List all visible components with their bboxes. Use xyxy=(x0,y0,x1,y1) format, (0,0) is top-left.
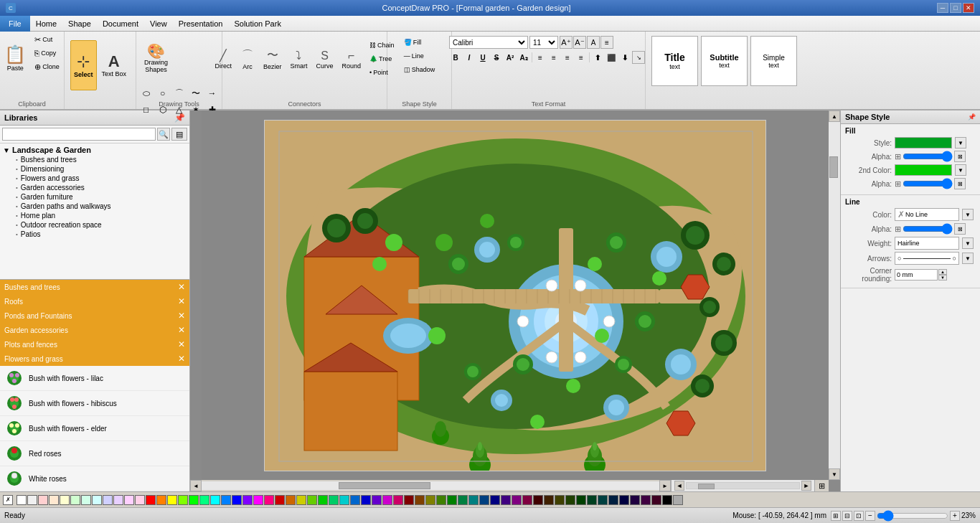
color-swatch[interactable] xyxy=(522,495,532,505)
shape-menu[interactable]: Shape xyxy=(62,16,97,32)
fill-style-dropdown[interactable]: ▼ xyxy=(955,137,966,149)
color-swatch[interactable] xyxy=(135,495,145,505)
color-swatch[interactable] xyxy=(479,495,489,505)
font-shrink-btn[interactable]: A⁻ xyxy=(573,36,586,49)
corner-rounding-up-btn[interactable]: ▲ xyxy=(938,269,947,275)
line-alpha-slider[interactable] xyxy=(903,226,953,232)
scroll-left-btn[interactable]: ◄ xyxy=(190,480,202,491)
solution-park-menu[interactable]: Solution Park xyxy=(228,16,286,32)
tree-item-patios[interactable]: •Patios xyxy=(1,230,188,239)
drawing-canvas[interactable] xyxy=(202,110,829,480)
line-color-box[interactable]: ✗ No Line xyxy=(895,208,959,221)
tree-item-bushes[interactable]: •Bushes and trees xyxy=(1,155,188,164)
color-swatch[interactable] xyxy=(619,495,629,505)
color-swatch[interactable] xyxy=(286,495,296,505)
cut-button[interactable]: ✂ Cut xyxy=(31,33,63,46)
fill-2ndcolor[interactable] xyxy=(895,164,952,176)
color-swatch[interactable] xyxy=(598,495,608,505)
document-menu[interactable]: Document xyxy=(97,16,144,32)
tree-item-dimensioning[interactable]: •Dimensioning xyxy=(1,164,188,174)
panel-garden-accessories-header[interactable]: Garden accessories ✕ xyxy=(0,323,189,337)
color-swatch[interactable] xyxy=(673,495,683,505)
italic-btn[interactable]: I xyxy=(463,51,476,64)
zoom-fit-btn[interactable]: ⊞ xyxy=(831,511,841,521)
fill-alpha-slider[interactable] xyxy=(903,154,953,159)
color-swatch[interactable] xyxy=(199,495,209,505)
round-connector[interactable]: ⌐ Round xyxy=(339,36,365,83)
color-swatch[interactable] xyxy=(307,495,317,505)
color-swatch[interactable] xyxy=(156,495,166,505)
size-select[interactable]: 11 xyxy=(529,36,558,49)
tree-item-accessories[interactable]: •Garden accessories xyxy=(1,183,188,192)
color-swatch[interactable] xyxy=(576,495,586,505)
color-swatch[interactable] xyxy=(242,495,253,505)
fill-alpha-reset[interactable]: ⊠ xyxy=(954,151,966,162)
color-swatch[interactable] xyxy=(565,495,575,505)
shadow-button[interactable]: ◫ Shadow xyxy=(400,63,439,76)
panel-plots-header[interactable]: Plots and fences ✕ xyxy=(0,337,189,352)
fill-alpha2-slider[interactable] xyxy=(903,181,953,187)
lib-item-red-roses[interactable]: Red roses xyxy=(0,441,189,466)
fill-button[interactable]: 🪣 Fill xyxy=(400,36,439,49)
view-menu[interactable]: View xyxy=(144,16,173,32)
align-left-btn[interactable]: ≡ xyxy=(534,51,547,64)
color-swatch[interactable] xyxy=(372,495,382,505)
color-swatch[interactable] xyxy=(253,495,263,505)
line-arrows-value[interactable]: ○ ○ xyxy=(895,252,959,265)
color-swatch[interactable] xyxy=(221,495,231,505)
color-swatch[interactable] xyxy=(415,495,425,505)
home-menu[interactable]: Home xyxy=(30,16,62,32)
lib-item-elder[interactable]: Bush with flowers - elder xyxy=(0,416,189,441)
font-color-btn[interactable]: A xyxy=(587,36,600,49)
line-weight-value[interactable]: Hairline xyxy=(895,237,959,250)
text-box-button[interactable]: A Text Box xyxy=(98,40,131,90)
char-spacing-btn[interactable]: ≡ xyxy=(600,36,613,49)
bold-btn[interactable]: B xyxy=(449,51,462,64)
color-swatch[interactable] xyxy=(339,495,349,505)
tree-item-flowers[interactable]: •Flowers and grass xyxy=(1,174,188,183)
strikethrough-btn[interactable]: S xyxy=(490,51,503,64)
underline-btn[interactable]: U xyxy=(476,51,489,64)
color-swatch[interactable] xyxy=(458,495,468,505)
color-swatch[interactable] xyxy=(167,495,177,505)
library-search-btn[interactable]: 🔍 xyxy=(157,128,170,141)
color-swatch[interactable] xyxy=(393,495,403,505)
text-format-expand-btn[interactable]: ↘ xyxy=(632,51,645,64)
color-swatch[interactable] xyxy=(361,495,371,505)
title-style-box[interactable]: Title text xyxy=(651,36,698,86)
line-weight-dropdown[interactable]: ▼ xyxy=(962,237,974,249)
panel-flowers-header[interactable]: Flowers and grass ✕ xyxy=(0,352,189,366)
canvas-area[interactable]: ▲ ▼ ◄ ► ◄ ► ⊞ xyxy=(190,110,840,491)
shape-circle[interactable]: ○ xyxy=(155,85,171,101)
maximize-btn[interactable]: □ xyxy=(950,3,961,13)
lib-item-white-roses[interactable]: White roses xyxy=(0,466,189,491)
color-swatch[interactable] xyxy=(296,495,306,505)
tree-item-furniture[interactable]: •Garden furniture xyxy=(1,192,188,202)
tree-root-landscape[interactable]: ▼ Landscape & Garden xyxy=(1,145,188,155)
color-swatch[interactable] xyxy=(404,495,414,505)
zoom-minus-btn[interactable]: − xyxy=(865,511,875,521)
color-swatch[interactable] xyxy=(38,495,48,505)
shape-style-pin-btn[interactable]: 📌 xyxy=(968,113,976,121)
canvas-scroll-horizontal[interactable]: ◄ ► ◄ ► ⊞ xyxy=(190,480,829,491)
align-right-btn[interactable]: ≡ xyxy=(561,51,574,64)
shape-arc[interactable]: ⌒ xyxy=(171,85,187,101)
color-swatch[interactable] xyxy=(124,495,134,505)
color-swatch[interactable] xyxy=(587,495,597,505)
close-btn[interactable]: ✕ xyxy=(963,3,974,13)
panel-plots-close[interactable]: ✕ xyxy=(178,339,185,349)
smart-connector[interactable]: ⤵ Smart xyxy=(286,36,311,83)
color-swatch[interactable] xyxy=(103,495,113,505)
valign-top-btn[interactable]: ⬆ xyxy=(591,51,604,64)
page-prev-btn[interactable]: ◄ xyxy=(674,481,684,491)
color-swatch[interactable] xyxy=(447,495,457,505)
color-swatch[interactable] xyxy=(178,495,188,505)
color-swatch[interactable] xyxy=(490,495,500,505)
color-swatch[interactable] xyxy=(60,495,70,505)
vscroll-thumb[interactable] xyxy=(829,156,838,178)
line-alpha-reset[interactable]: ⊠ xyxy=(954,223,966,235)
library-view-btn[interactable]: ▤ xyxy=(171,128,187,141)
scroll-up-btn[interactable]: ▲ xyxy=(829,110,840,122)
valign-bottom-btn[interactable]: ⬇ xyxy=(618,51,631,64)
drawing-shapes-button[interactable]: 🎨 Drawing Shapes xyxy=(138,33,174,83)
